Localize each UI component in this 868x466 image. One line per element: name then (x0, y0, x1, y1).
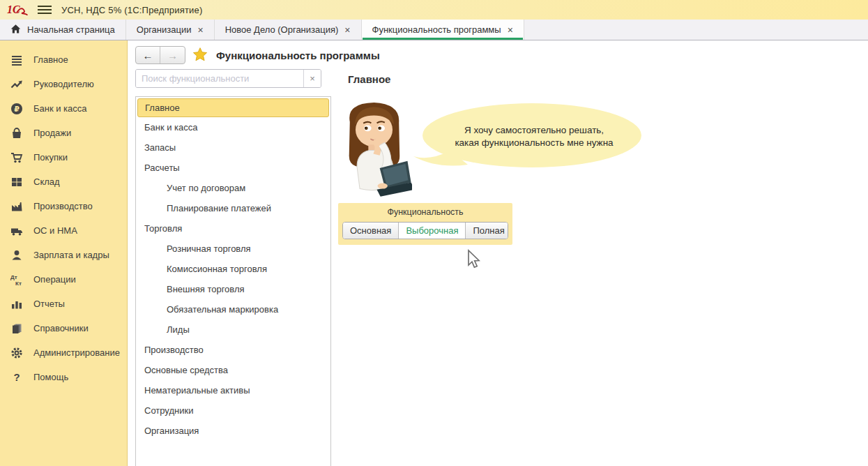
sidebar-item-administrirovanie[interactable]: Администрирование (0, 340, 127, 365)
page-title: Функциональность программы (216, 50, 380, 61)
list-item[interactable]: Розничная торговля (136, 239, 330, 259)
list-item[interactable]: Нематериальные активы (136, 380, 330, 400)
bubble-line-2: какая функциональность мне нужна (433, 137, 635, 149)
list-item[interactable]: Учет по договорам (136, 178, 330, 198)
menu-icon (9, 54, 24, 66)
sidebar-item-label: Покупки (33, 152, 68, 163)
sidebar-item-otchety[interactable]: Отчеты (0, 292, 127, 316)
tab-functionality[interactable]: Функциональность программы × (362, 20, 524, 40)
tab-label: Начальная страница (27, 24, 115, 35)
sidebar-item-prodazhi[interactable]: Продажи (0, 121, 127, 145)
option-vyborochnaya[interactable]: Выборочная (399, 223, 466, 239)
window-title: УСН, НДС 5% (1С:Предприятие) (61, 5, 202, 15)
search-clear-icon[interactable]: × (303, 70, 321, 87)
svg-text:₽: ₽ (14, 105, 20, 114)
search-input[interactable] (136, 70, 303, 87)
list-item[interactable]: Запасы (136, 137, 330, 158)
list-item[interactable]: Банк и касса (136, 117, 330, 137)
logo-text: 1С (7, 3, 20, 15)
option-polnaya[interactable]: Полная (466, 223, 508, 239)
list-item[interactable]: Обязательная маркировка (136, 299, 330, 320)
sidebar-item-os-nma[interactable]: ОС и НМА (0, 218, 127, 243)
sidebar-item-pomosch[interactable]: ? Помощь (0, 365, 127, 389)
sidebar-item-label: Операции (33, 274, 76, 285)
trend-icon (9, 78, 24, 91)
functionality-label: Функциональность (338, 207, 512, 217)
sidebar-item-label: Продажи (33, 128, 71, 138)
help-icon: ? (9, 371, 24, 384)
1c-logo-icon: 1С (7, 3, 28, 16)
assistant-character-image (337, 99, 412, 204)
sidebar-item-label: Администрирование (33, 347, 120, 358)
svg-text:Кт: Кт (15, 280, 22, 286)
close-icon[interactable]: × (197, 25, 203, 35)
tab-novoe-delo[interactable]: Новое Дело (Организация) × (215, 20, 362, 40)
option-osnovnaya[interactable]: Основная (343, 223, 399, 239)
factory-icon (9, 200, 24, 213)
sidebar-item-label: Производство (33, 201, 93, 211)
history-nav: ← → (135, 46, 185, 64)
window-titlebar: 1С УСН, НДС 5% (1С:Предприятие) (0, 0, 868, 20)
sidebar-item-label: Помощь (33, 372, 68, 382)
tab-home[interactable]: Начальная страница (0, 20, 126, 40)
bag-icon (9, 127, 24, 140)
ruble-circle-icon: ₽ (9, 103, 24, 115)
tab-label: Организации (137, 24, 192, 35)
search-box: × (135, 69, 321, 88)
dtkt-icon: ДтКт (9, 273, 24, 286)
person-icon (9, 249, 24, 262)
grid-icon (9, 176, 24, 188)
svg-text:?: ? (13, 371, 20, 383)
main-content: ← → Функциональность программы × Главное… (128, 40, 868, 466)
tab-label: Новое Дело (Организация) (225, 24, 339, 35)
sidebar-item-zarplata-kadry[interactable]: Зарплата и кадры (0, 243, 127, 267)
list-item[interactable]: Лиды (136, 320, 330, 340)
sidebar-item-bank-kassa[interactable]: ₽ Банк и касса (0, 96, 127, 121)
sidebar: Главное Руководителю ₽ Банк и касса Прод… (0, 40, 128, 466)
back-button[interactable]: ← (136, 47, 160, 63)
sidebar-item-rukovoditelyu[interactable]: Руководителю (0, 72, 127, 96)
sidebar-item-label: Склад (33, 176, 60, 187)
gear-icon (9, 347, 24, 359)
list-item[interactable]: Торговля (136, 218, 330, 239)
functionality-nav-panel: Главное Банк и касса Запасы Расчеты Учет… (135, 96, 331, 466)
main-menu-icon[interactable] (38, 6, 52, 14)
sidebar-item-proizvodstvo[interactable]: Производство (0, 194, 127, 218)
list-item[interactable]: Расчеты (136, 158, 330, 178)
sidebar-item-label: Справочники (33, 323, 89, 333)
list-item[interactable]: Производство (136, 340, 330, 360)
forward-button[interactable]: → (160, 47, 185, 63)
close-icon[interactable]: × (344, 25, 350, 35)
sidebar-item-label: Банк и касса (33, 103, 87, 114)
list-item[interactable]: Основные средства (136, 360, 330, 380)
sidebar-item-sklad[interactable]: Склад (0, 170, 127, 194)
books-icon (9, 322, 24, 335)
tab-label: Функциональность программы (372, 24, 501, 35)
sidebar-item-glavnoe[interactable]: Главное (0, 47, 127, 72)
close-icon[interactable]: × (508, 25, 513, 35)
list-item[interactable]: Главное (137, 98, 329, 117)
sidebar-item-label: Зарплата и кадры (33, 250, 109, 260)
bubble-line-1: Я хочу самостоятельно решать, (433, 124, 635, 137)
tab-bar: Начальная страница Организации × Новое Д… (0, 20, 868, 40)
sidebar-item-pokupki[interactable]: Покупки (0, 145, 127, 170)
tab-organizations[interactable]: Организации × (126, 20, 215, 40)
functionality-selector: Функциональность Основная Выборочная Пол… (338, 203, 512, 245)
sidebar-item-label: Отчеты (33, 299, 65, 309)
home-icon (10, 24, 21, 36)
favorite-star-icon[interactable] (192, 47, 208, 64)
list-item[interactable]: Организация (136, 421, 330, 441)
list-item[interactable]: Комиссионная торговля (136, 259, 330, 279)
mouse-cursor (465, 249, 480, 272)
list-item[interactable]: Внешняя торговля (136, 279, 330, 299)
sidebar-item-spravochniki[interactable]: Справочники (0, 316, 127, 340)
sidebar-item-label: Руководителю (33, 79, 94, 89)
bar-chart-icon (9, 298, 24, 310)
list-item[interactable]: Планирование платежей (136, 198, 330, 218)
sidebar-item-label: Главное (33, 54, 68, 65)
cart-icon (9, 151, 24, 164)
list-item[interactable]: Сотрудники (136, 400, 330, 421)
sidebar-item-operacii[interactable]: ДтКт Операции (0, 267, 127, 292)
section-heading: Главное (348, 73, 390, 85)
speech-bubble: Я хочу самостоятельно решать, какая функ… (412, 102, 642, 172)
